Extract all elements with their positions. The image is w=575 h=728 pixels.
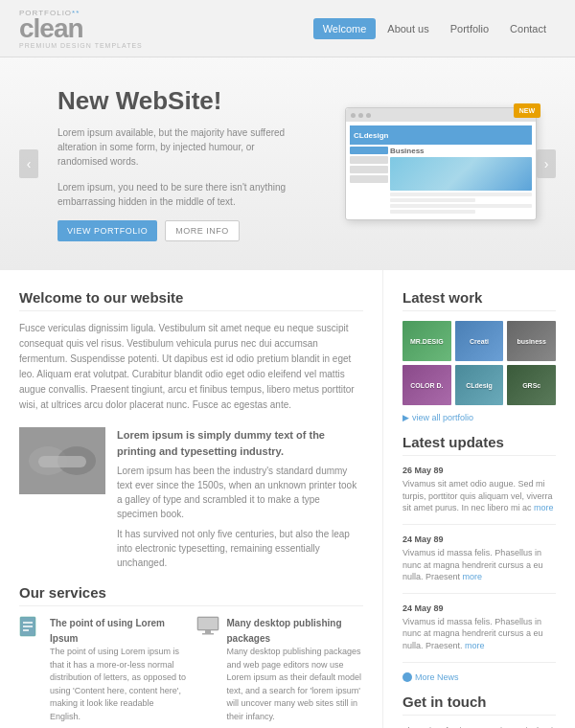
browser-bar <box>346 108 536 122</box>
hero-next-button[interactable]: › <box>537 149 556 178</box>
circle-icon <box>402 672 412 682</box>
svg-rect-3 <box>38 456 86 467</box>
browser-dot-2 <box>358 113 363 118</box>
update-item-2: 24 May 89 Vivamus id massa felis. Phasel… <box>402 535 556 594</box>
content-left: Welcome to our website Fusce vericulas d… <box>0 270 383 728</box>
latest-work-title: Latest work <box>402 289 556 311</box>
svg-rect-11 <box>202 633 214 635</box>
browser-dot-3 <box>366 113 371 118</box>
update-text-1: Vivamus sit amet odio augue. Sed mi turp… <box>402 478 556 514</box>
more-news-text: More News <box>415 672 459 682</box>
work-thumb-5[interactable]: CLdesig <box>455 365 504 405</box>
doc-icon <box>19 616 40 643</box>
browser-sidebar <box>350 147 388 216</box>
browser-mockup: NEW CLdesign Busin <box>345 107 537 220</box>
service-title-2: Many desktop publishing packages <box>227 618 342 644</box>
latest-work-section: Latest work MR.DESIG Creati business COL… <box>402 289 556 422</box>
logo-sub-text: PREMIUM DESIGN TEMPLATES <box>19 42 143 49</box>
view-portfolio-button[interactable]: VIEW PORTFOLIO <box>58 220 157 241</box>
work-thumb-3[interactable]: business <box>507 321 556 361</box>
update-date-2: 24 May 89 <box>402 535 556 544</box>
view-all-text: view all portfolio <box>412 413 473 422</box>
hero-prev-button[interactable]: ‹ <box>19 149 38 178</box>
services-title: Our services <box>19 584 363 606</box>
work-thumb-1[interactable]: MR.DESIG <box>402 321 451 361</box>
update-text-2: Vivamus id massa felis. Phasellus in nun… <box>402 547 556 583</box>
services-section: Our services The point of using Lorem Ip… <box>19 584 363 728</box>
browser-sidebar-item-3 <box>350 166 388 173</box>
handshake-bold: Lorem ipsum is simply dummy text of the … <box>117 427 363 459</box>
welcome-section: Welcome to our website Fusce vericulas d… <box>19 289 363 570</box>
service-text-2: Many desktop publishing packages Many de… <box>227 616 364 723</box>
browser-text-line-4 <box>390 210 475 214</box>
service-icon-desktop <box>196 616 219 643</box>
update-more-link-3[interactable]: more <box>465 641 485 650</box>
browser-text-line-3 <box>390 204 532 208</box>
service-icon-doc <box>19 616 42 643</box>
latest-updates-title: Latest updates <box>402 434 556 456</box>
service-item-2: Many desktop publishing packages Many de… <box>196 616 364 723</box>
content-right: Latest work MR.DESIG Creati business COL… <box>383 270 575 728</box>
svg-rect-9 <box>198 618 218 629</box>
browser-body: Business <box>350 147 532 216</box>
handshake-text-area: Lorem ipsum is simply dummy text of the … <box>117 427 363 570</box>
main-content: Welcome to our website Fusce vericulas d… <box>0 270 575 728</box>
browser-sidebar-item-2 <box>350 156 388 164</box>
service-desc-1: The point of using Lorem ipsum is that i… <box>50 647 186 721</box>
handshake-svg <box>19 427 105 494</box>
work-thumb-2[interactable]: Creati <box>455 321 504 361</box>
handshake-image <box>19 427 105 494</box>
hero-image-area: NEW CLdesign Busin <box>326 107 546 220</box>
welcome-title: Welcome to our website <box>19 289 363 311</box>
browser-sidebar-item-4 <box>350 175 388 183</box>
service-title-1: The point of using Lorem Ipsum <box>50 618 165 644</box>
browser-title-bar: CLdesign <box>350 125 532 145</box>
view-all-portfolio-link[interactable]: ▶ view all portfolio <box>402 413 556 422</box>
more-info-button[interactable]: MORE INFO <box>165 220 240 241</box>
hero-section: ‹ New WebSite! Lorem ipsum available, bu… <box>0 57 575 270</box>
logo-main-text: clean <box>19 15 143 42</box>
browser-main-area: Business <box>390 147 532 216</box>
services-grid: The point of using Lorem Ipsum The point… <box>19 616 363 728</box>
service-text-1: The point of using Lorem Ipsum The point… <box>50 616 187 723</box>
service-item-1: The point of using Lorem Ipsum The point… <box>19 616 187 723</box>
main-nav: Welcome About us Portfolio Contact <box>313 18 556 39</box>
work-thumb-4[interactable]: COLOR D. <box>402 365 451 405</box>
desktop-icon <box>196 616 221 637</box>
hero-buttons: VIEW PORTFOLIO MORE INFO <box>58 220 307 241</box>
get-in-touch-section: Get in touch The point of using Lorem ip… <box>402 694 556 728</box>
browser-img-placeholder <box>390 157 532 191</box>
update-more-link-1[interactable]: more <box>534 503 554 512</box>
welcome-text: Fusce vericulas dignissim ligula. Vestib… <box>19 321 363 413</box>
update-text-3: Vivamus id massa felis. Phasellus in nun… <box>402 616 556 652</box>
nav-portfolio[interactable]: Portfolio <box>441 18 498 39</box>
browser-title-text: CLdesign <box>354 131 388 140</box>
update-date-3: 24 May 89 <box>402 603 556 613</box>
update-more-link-2[interactable]: more <box>463 572 483 581</box>
hero-title: New WebSite! <box>58 86 307 116</box>
latest-updates-section: Latest updates 26 May 89 Vivamus sit ame… <box>402 434 556 681</box>
nav-about[interactable]: About us <box>378 18 438 39</box>
browser-subtitle: Business <box>390 147 532 155</box>
work-thumb-6[interactable]: GRSc <box>507 365 556 405</box>
header: portfolio** clean PREMIUM DESIGN TEMPLAT… <box>0 0 575 57</box>
hero-text-area: New WebSite! Lorem ipsum available, but … <box>58 86 307 241</box>
more-news-link[interactable]: More News <box>402 672 556 682</box>
nav-contact[interactable]: Contact <box>500 18 556 39</box>
browser-sidebar-item-1 <box>350 147 388 154</box>
browser-text-line-2 <box>390 198 475 202</box>
logo: portfolio** clean PREMIUM DESIGN TEMPLAT… <box>19 9 143 49</box>
hero-desc2: Lorem ipsum, you need to be sure there i… <box>58 180 307 209</box>
contact-description: The point of using Lorem ipsum is that i… <box>402 725 556 728</box>
handshake-text1: Lorem ipsum has been the industry's stan… <box>117 464 363 521</box>
new-badge: NEW <box>514 103 540 118</box>
browser-content: CLdesign Business <box>346 122 536 219</box>
service-desc-2: Many desktop publishing packages and web… <box>227 647 362 721</box>
nav-welcome[interactable]: Welcome <box>313 18 377 39</box>
get-in-touch-title: Get in touch <box>402 694 556 716</box>
view-all-arrow-icon: ▶ <box>402 413 409 422</box>
update-item-1: 26 May 89 Vivamus sit amet odio augue. S… <box>402 466 556 525</box>
handshake-section: Lorem ipsum is simply dummy text of the … <box>19 427 363 570</box>
update-item-3: 24 May 89 Vivamus id massa felis. Phasel… <box>402 603 556 663</box>
hero-desc1: Lorem ipsum available, but the majority … <box>58 125 307 169</box>
